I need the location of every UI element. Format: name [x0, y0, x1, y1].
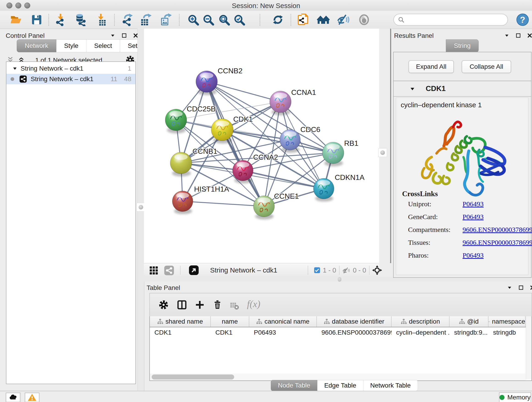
grid-view-icon[interactable] — [149, 266, 158, 275]
table-settings-gear-icon[interactable] — [158, 300, 169, 310]
tab-node-table[interactable]: Node Table — [271, 380, 317, 391]
node-label-HIST1H1A: HIST1H1A — [194, 185, 229, 193]
edge-HIST1H1A-CCNE1[interactable] — [183, 201, 264, 206]
node-CDC6[interactable] — [280, 129, 300, 153]
delete-column-icon[interactable] — [212, 299, 223, 310]
protein-expander-icon[interactable] — [410, 86, 415, 92]
memory-button[interactable]: Memory — [499, 392, 531, 402]
tab-edge-table[interactable]: Edge Table — [317, 380, 363, 391]
tab-style[interactable]: Style — [56, 39, 86, 52]
table-cell[interactable]: 9606.ENSP00000378699 — [317, 327, 392, 338]
table-v-scrollbar[interactable] — [526, 316, 532, 380]
panel-menu-icon[interactable] — [507, 285, 512, 290]
table-cell[interactable]: CDK1 — [211, 327, 249, 338]
column-type-icon — [459, 319, 465, 325]
export-network-icon[interactable] — [121, 13, 134, 27]
add-column-icon[interactable] — [194, 299, 205, 310]
network-row-selected[interactable]: String Network – cdk1 11 48 — [6, 74, 135, 84]
node-RB1[interactable] — [322, 142, 344, 166]
panel-float-icon[interactable] — [121, 33, 127, 38]
column-header-database-identifier[interactable]: database identifier — [317, 316, 392, 327]
node-label-CCNB2: CCNB2 — [218, 67, 242, 75]
column-header-description[interactable]: description — [392, 316, 450, 327]
node-CDK1[interactable] — [211, 119, 233, 143]
import-table-from-file-icon[interactable] — [94, 13, 108, 27]
show-all-icon[interactable] — [357, 13, 371, 27]
node-CCNA1[interactable] — [270, 91, 291, 115]
crosslink-link[interactable]: P06493 — [462, 200, 484, 208]
table-h-scrollbar-thumb[interactable] — [152, 375, 234, 380]
node-CCNB2[interactable] — [196, 71, 217, 95]
panel-close-icon[interactable] — [530, 285, 532, 290]
export-table-icon[interactable] — [139, 13, 152, 27]
table-h-scrollbar[interactable] — [150, 374, 526, 380]
node-CCNA2[interactable] — [233, 160, 253, 184]
cloud-status-button[interactable] — [6, 393, 20, 402]
import-network-from-file-icon[interactable] — [54, 13, 67, 27]
node-CDC25B[interactable] — [165, 109, 187, 133]
export-image-icon[interactable] — [159, 13, 172, 27]
table-cell[interactable]: P06493 — [249, 327, 317, 338]
results-tab-string[interactable]: String — [446, 39, 479, 52]
zoom-out-icon[interactable] — [202, 13, 215, 27]
crosslink-link[interactable]: P06493 — [462, 213, 484, 221]
column-header-shared-name[interactable]: shared name — [150, 316, 211, 327]
protein-header-row[interactable]: CDK1 — [394, 81, 531, 97]
network-overview-icon[interactable] — [164, 265, 174, 276]
node-CCNB1[interactable] — [170, 152, 192, 177]
hide-selected-icon[interactable] — [336, 13, 350, 27]
table-cell[interactable]: CDK1 — [150, 327, 211, 338]
panel-menu-icon[interactable] — [504, 33, 510, 38]
column-header--id[interactable]: @id — [450, 316, 488, 327]
memory-label: Memory — [507, 394, 530, 401]
table-cell[interactable]: cyclin–dependent ... — [392, 327, 450, 338]
panel-menu-icon[interactable] — [110, 33, 115, 38]
crosslink-link[interactable]: 9606.ENSP00000378699 — [462, 239, 532, 246]
new-network-from-selection-icon[interactable] — [297, 13, 310, 27]
node-CCNE1[interactable] — [253, 196, 274, 220]
table-cell[interactable]: stringdb — [488, 327, 526, 338]
save-session-icon[interactable] — [30, 13, 43, 27]
node-HIST1H1A[interactable] — [172, 191, 193, 214]
column-header-name[interactable]: name — [211, 316, 249, 327]
table-cell[interactable]: stringdb:9... — [450, 327, 488, 338]
selected-checkbox-icon[interactable] — [314, 267, 320, 274]
zoom-fit-icon[interactable] — [217, 13, 231, 27]
zoom-in-icon[interactable] — [186, 13, 200, 27]
refresh-icon[interactable] — [271, 13, 285, 27]
right-splitter[interactable] — [379, 29, 392, 263]
help-icon[interactable]: ? — [516, 13, 529, 27]
collapse-all-button[interactable]: Collapse All — [462, 60, 511, 73]
column-header-canonical-name[interactable]: canonical name — [249, 316, 317, 327]
network-graph[interactable]: CCNB2CCNA1CDC25BCDK1CDC6RB1CCNB1CCNA2CDK… — [144, 29, 379, 263]
tab-select[interactable]: Select — [86, 39, 120, 52]
right-splitter-handle[interactable] — [378, 148, 387, 157]
table-row[interactable]: CDK1CDK1P064939606.ENSP00000378699cyclin… — [150, 327, 532, 338]
warning-status-button[interactable] — [25, 393, 39, 402]
expand-all-button[interactable]: Expand All — [409, 60, 454, 73]
navigate-crosshair-icon[interactable] — [372, 265, 382, 275]
show-columns-icon[interactable] — [177, 299, 187, 310]
horizontal-splitter-handle[interactable] — [338, 277, 341, 282]
open-session-icon[interactable] — [9, 13, 23, 27]
crosslink-link[interactable]: P06493 — [462, 251, 484, 259]
first-neighbors-icon[interactable] — [317, 13, 330, 27]
collection-label: String Network – cdk1 — [21, 65, 83, 72]
panel-float-icon[interactable] — [515, 33, 521, 38]
network-canvas[interactable]: CCNB2CCNA1CDC25BCDK1CDC6RB1CCNB1CCNA2CDK… — [144, 29, 379, 263]
tab-network[interactable]: Network — [17, 39, 56, 52]
panel-float-icon[interactable] — [518, 285, 524, 290]
column-header-namespace[interactable]: namespace — [488, 316, 526, 327]
panel-close-icon[interactable] — [527, 33, 532, 38]
tree-expander-icon[interactable] — [12, 66, 17, 71]
search-input[interactable] — [405, 16, 502, 24]
control-panel-tabs: NetworkStyleSelectSets — [17, 39, 149, 52]
network-collection-row[interactable]: String Network – cdk1 1 — [6, 62, 135, 74]
zoom-selected-icon[interactable] — [233, 13, 246, 27]
import-network-from-database-icon[interactable] — [74, 13, 87, 27]
collection-count: 1 — [128, 65, 131, 72]
node-CDKN1A[interactable] — [313, 178, 334, 202]
crosslink-link[interactable]: 9606.ENSP00000378699 — [462, 226, 532, 234]
open-in-window-icon[interactable] — [189, 265, 199, 275]
tab-network-table[interactable]: Network Table — [363, 380, 418, 391]
